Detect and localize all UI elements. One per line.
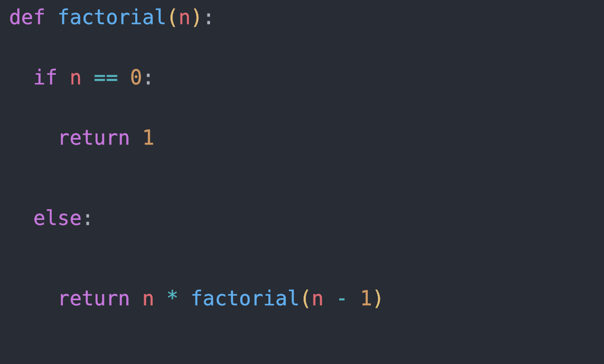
code-token: factorial bbox=[57, 6, 166, 29]
code-token: 1 bbox=[360, 287, 372, 310]
code-token: ( bbox=[166, 6, 178, 29]
code-token: 1 bbox=[142, 126, 154, 149]
code-token: - bbox=[336, 287, 360, 310]
code-token bbox=[9, 206, 33, 229]
code-token: return bbox=[57, 287, 142, 310]
code-token: : bbox=[142, 66, 154, 89]
code-token: : bbox=[82, 206, 94, 229]
code-token bbox=[9, 66, 33, 89]
code-token: n bbox=[178, 6, 190, 29]
code-token: ( bbox=[299, 287, 312, 310]
code-editor[interactable]: def factorial(n): if n == 0: return 1 el… bbox=[0, 0, 604, 315]
code-token: if bbox=[33, 66, 69, 89]
code-token: ) bbox=[372, 287, 384, 310]
code-token: n bbox=[312, 287, 336, 310]
code-line: def factorial(n): bbox=[9, 6, 215, 29]
code-token: ) bbox=[190, 6, 203, 29]
code-token: : bbox=[203, 6, 215, 29]
code-line: return 1 bbox=[9, 126, 154, 149]
code-token: n bbox=[142, 287, 166, 310]
code-token: return bbox=[57, 126, 142, 149]
code-token: else bbox=[33, 206, 81, 229]
code-token bbox=[9, 126, 57, 149]
code-token bbox=[9, 287, 57, 310]
code-token: == bbox=[94, 66, 130, 89]
code-token: n bbox=[69, 66, 93, 89]
code-token: def bbox=[9, 6, 57, 29]
code-token: factorial bbox=[190, 287, 299, 310]
code-line: if n == 0: bbox=[9, 66, 154, 89]
code-line: else: bbox=[9, 206, 94, 229]
code-line: return n * factorial(n - 1) bbox=[9, 287, 384, 310]
code-token: * bbox=[166, 287, 190, 310]
code-token: 0 bbox=[130, 66, 142, 89]
